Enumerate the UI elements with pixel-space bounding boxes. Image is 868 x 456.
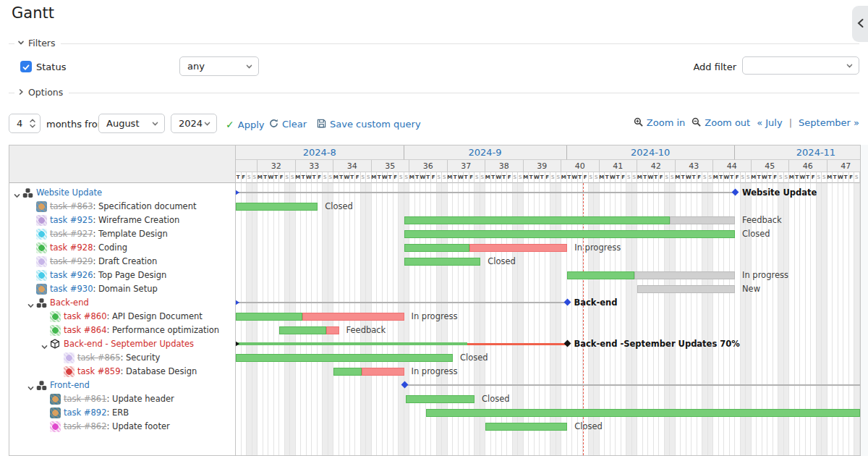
year-select[interactable]: 2024 [171,114,217,133]
gantt-bar-label: Closed [325,200,353,214]
gantt-month-link[interactable]: 2024-11 [796,147,835,158]
gantt-bar-done[interactable] [236,203,318,211]
gantt-day-cell: F [583,172,589,183]
add-filter-select[interactable] [742,56,859,75]
gantt-bar-label: Back-end -September Updates 70% [574,337,740,351]
bar-start-marker [236,300,239,305]
task-link[interactable]: task #928 [50,242,93,253]
project-link[interactable]: Back-end [50,297,89,308]
gantt-bar-vlate[interactable] [467,343,566,345]
gantt-day-cell: F [393,172,399,183]
assignee-avatar [36,256,47,267]
gantt-month-cell: 2024-11 [735,145,860,160]
zoom-out-link[interactable]: Zoom out [692,116,750,130]
gantt-bar-late[interactable] [302,313,404,321]
task-link[interactable]: task #859 [77,366,120,376]
version-subject: Back-end - September Updates [64,337,194,351]
gantt-bar-late[interactable] [469,244,567,252]
gantt-bar-done[interactable] [236,313,302,321]
chevron-down-icon [245,63,253,70]
gantt-day-cell: S [817,172,822,183]
gantt-month-cell: 2024-10 [567,145,736,160]
gantt-bar-done[interactable] [279,326,326,334]
task-link[interactable]: task #864 [64,325,106,335]
gantt-day-cell: S [513,172,519,183]
bar-start-marker [236,341,239,347]
gantt-bar-done[interactable] [404,244,470,252]
gantt-bar-pline[interactable] [236,302,567,303]
gantt-bar-done[interactable] [485,423,567,431]
options-legend[interactable]: Options [14,87,69,98]
gantt-bar-pline[interactable] [236,192,735,193]
gantt-day-cell: M [258,172,263,183]
gantt-day-cell: W [762,172,768,183]
project-link[interactable]: Website Update [36,187,102,198]
gantt-bar-pline[interactable] [404,384,861,386]
next-month-link[interactable]: September » [799,117,859,128]
gantt-month-cell: 2024-8 [236,145,404,160]
gantt-row-subject: task #925: Wireframe Creation [9,214,235,227]
gantt-bar-todo[interactable] [670,216,735,224]
clear-link[interactable]: Clear [269,117,307,131]
gantt-day-cell: F [469,172,475,183]
gantt-month-link[interactable]: 2024-8 [303,147,336,158]
gantt-bar-vdone[interactable] [236,342,467,345]
task-link[interactable]: task #892 [64,408,106,418]
task-link[interactable]: task #861 [64,394,106,404]
filters-legend[interactable]: Filters [14,38,61,48]
gantt-month-link[interactable]: 2024-10 [631,147,670,158]
stepper-icon[interactable] [27,117,38,130]
gantt-row-subject: task #864: Performance optimization [9,324,235,337]
year-select-value: 2024 [179,118,203,129]
gantt-bar-done[interactable] [404,230,736,238]
gantt-day-cell: S [589,172,595,183]
gantt-bar-late[interactable] [326,326,339,334]
gantt-row-subject: task #929: Draft Creation [9,255,235,269]
gantt-bar-done[interactable] [333,368,362,376]
gantt-day-cell: S [741,172,746,183]
gantt-day-cell: W [724,172,730,183]
task-link[interactable]: task #926 [50,270,93,280]
gantt-day-cell: F [811,172,817,183]
gantt-row-subject: task #860: API Design Document [9,310,235,324]
task-link[interactable]: task #925 [50,215,93,225]
months-count-value: 4 [17,118,22,129]
collapse-sidebar-button[interactable] [852,6,868,42]
task-link[interactable]: task #929 [50,256,93,266]
gantt-bar-done[interactable] [567,271,635,279]
status-operator-select[interactable]: any [179,56,259,76]
gantt-bar-done[interactable] [404,258,481,266]
gantt-week-cell: 36 [409,160,448,172]
save-custom-query-link[interactable]: Save custom query [317,117,421,131]
months-from-label: months from [46,119,106,130]
gantt-day-cell: F [659,172,665,183]
prev-month-link[interactable]: « July [757,117,782,128]
task-link[interactable]: task #863 [50,201,93,211]
task-link[interactable]: task #927 [50,229,93,239]
gantt-week-cell: 43 [676,160,714,172]
task-link[interactable]: task #930 [50,284,93,294]
gantt-bar-todo[interactable] [634,271,735,279]
task-link[interactable]: task #860 [64,311,106,321]
status-checkbox[interactable] [20,61,32,72]
gantt-day-cell: W [648,172,654,183]
gantt-bar-done[interactable] [406,395,475,403]
task-link[interactable]: task #862 [64,421,106,431]
task-link[interactable]: task #865 [77,352,120,363]
gantt-bar-done[interactable] [236,354,453,362]
gantt-bar-label: Closed [574,420,603,434]
project-link[interactable]: Front-end [50,380,90,390]
version-link[interactable]: Back-end - September Updates [64,339,194,349]
gantt-bar-todo[interactable] [637,285,735,293]
gantt-day-cell: T [502,172,508,183]
gantt-bar-late[interactable] [362,368,404,376]
gantt-month-cell: 2024-9 [404,145,567,160]
months-count-input[interactable]: 4 [9,114,41,133]
zoom-in-link[interactable]: Zoom in [634,116,685,130]
gantt-bar-done[interactable] [426,409,860,417]
apply-link[interactable]: ✓Apply [226,117,264,131]
gantt-bar-done[interactable] [404,216,671,224]
month-select[interactable]: August [98,114,165,133]
gantt-week-cell: 42 [637,160,676,172]
gantt-month-link[interactable]: 2024-9 [468,147,501,158]
